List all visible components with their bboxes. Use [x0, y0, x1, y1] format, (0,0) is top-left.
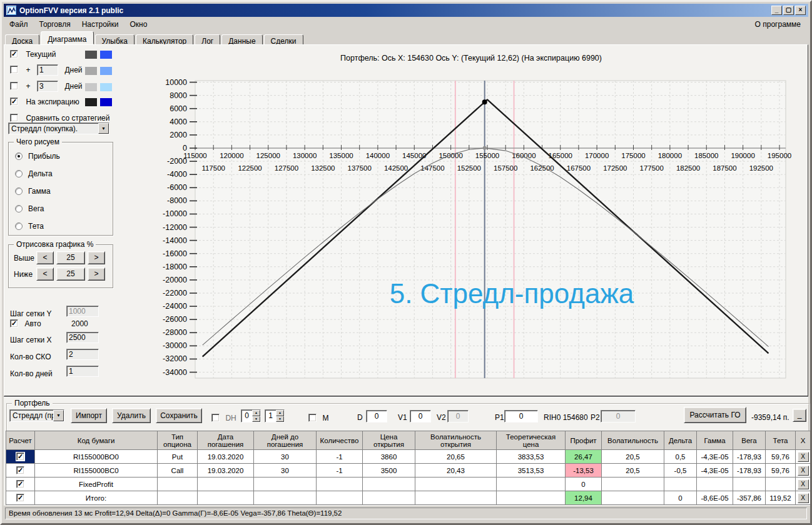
auto-checkbox[interactable]: ✓ — [10, 319, 18, 328]
radio-дельта[interactable] — [15, 170, 23, 178]
plus3-checkbox[interactable] — [10, 82, 18, 90]
column-header[interactable]: Профит — [566, 431, 602, 450]
delete-button[interactable]: Удалить — [112, 408, 151, 423]
column-header[interactable]: Код бумаги — [35, 431, 158, 450]
positions-table: РасчетКод бумагиТип опционаДата погашени… — [6, 431, 811, 505]
above-value: 25 — [56, 251, 85, 264]
collapse-button[interactable]: _ — [793, 409, 806, 422]
draw-groupbox: Чего рисуем ПрибыльДельтаГаммаВегаТетаВо… — [8, 142, 113, 236]
y-axis-label: -12000 — [163, 223, 187, 232]
row-delete-button[interactable]: X — [798, 493, 809, 503]
above-decrease-button[interactable]: < — [36, 251, 54, 264]
dropdown-arrow-icon[interactable]: ▼ — [53, 410, 64, 421]
d-input[interactable] — [366, 410, 387, 422]
row-delete-button[interactable]: X — [798, 466, 809, 476]
column-header[interactable]: Тета — [766, 431, 796, 450]
days3-input[interactable] — [37, 81, 58, 92]
spinner-1[interactable]: 0 ▲▼ — [241, 409, 261, 422]
column-header[interactable]: Расчет — [6, 431, 35, 450]
close-button[interactable]: × — [795, 6, 806, 15]
menu-item-настройки[interactable]: Настройки — [76, 18, 124, 31]
radio-гамма[interactable] — [15, 188, 23, 195]
days-count-input[interactable] — [66, 366, 99, 377]
dropdown-arrow-icon[interactable]: ▼ — [98, 123, 109, 134]
v2-input — [447, 410, 469, 422]
row-calc-checkbox[interactable]: ✓ — [16, 494, 24, 502]
import-button[interactable]: Импорт — [71, 408, 107, 423]
grid-x-label: Шаг сетки X — [10, 336, 51, 344]
menu-item-about[interactable]: О программе — [748, 18, 808, 31]
column-header[interactable]: X — [796, 431, 811, 450]
menu-item-торговля[interactable]: Торговля — [34, 18, 76, 31]
current-checkbox[interactable]: ✓ — [10, 50, 18, 58]
radio-label: Прибыль — [28, 152, 60, 161]
minimize-button[interactable]: _ — [771, 6, 782, 15]
spinner-2[interactable]: 1 ▲▼ — [265, 409, 285, 422]
dh-checkbox[interactable] — [211, 414, 220, 422]
row-delete-button[interactable]: X — [798, 452, 809, 462]
radio-тета[interactable] — [15, 222, 23, 230]
row-delete-button[interactable]: X — [798, 479, 809, 489]
plus1-checkbox[interactable] — [10, 66, 18, 74]
cko-input[interactable] — [66, 349, 99, 360]
color-swatch — [85, 67, 97, 75]
column-header[interactable]: Тип опциона — [158, 431, 198, 450]
table-cell — [363, 478, 415, 491]
row-calc-checkbox[interactable]: ✓ — [16, 466, 24, 474]
column-header[interactable]: Дельта — [664, 431, 697, 450]
portfolio-strategy-value: Стреддл (прод — [10, 411, 53, 421]
column-header[interactable]: Цена открытия — [363, 431, 415, 450]
menu-item-окно[interactable]: Окно — [124, 18, 153, 31]
row-calc-checkbox[interactable]: ✓ — [16, 480, 24, 488]
below-decrease-button[interactable]: < — [36, 268, 54, 281]
column-header[interactable]: Количество — [317, 431, 363, 450]
y-axis-label: -22000 — [163, 289, 187, 298]
render-groupbox: Отрисовка графика % Выше < 25 > Ниже < 2… — [8, 244, 113, 288]
p1-input[interactable] — [504, 410, 538, 422]
calc-go-button[interactable]: Рассчитать ГО — [684, 407, 746, 423]
table-cell: 0 — [566, 478, 602, 491]
days1-input[interactable] — [37, 64, 58, 76]
table-cell: RI155000BC0 — [35, 464, 158, 478]
menu-item-файл[interactable]: Файл — [4, 18, 34, 31]
radio-прибыль[interactable] — [15, 152, 23, 160]
above-increase-button[interactable]: > — [88, 251, 105, 264]
column-header[interactable]: Гамма — [697, 431, 733, 450]
column-header[interactable]: Дней до погашения — [254, 431, 317, 450]
plot-area[interactable] — [195, 81, 786, 378]
table-cell: 0,5 — [664, 450, 697, 464]
table-cell — [198, 491, 254, 505]
compare-checkbox[interactable] — [10, 114, 18, 122]
draw-option-row: Прибыль — [15, 150, 113, 161]
spin-down-icon: ▼ — [276, 416, 284, 422]
color-swatch — [100, 83, 112, 91]
v1-input[interactable] — [410, 410, 431, 422]
table-cell: 3500 — [363, 464, 415, 478]
save-button[interactable]: Сохранить — [156, 408, 202, 423]
m-checkbox[interactable] — [308, 414, 317, 422]
column-header[interactable]: Волатильность открытия — [415, 431, 497, 450]
table-cell: 20,65 — [415, 450, 497, 464]
portfolio-strategy-select[interactable]: Стреддл (прод ▼ — [9, 409, 64, 422]
chart[interactable]: 1000080006000400020000-2000-4000-6000-80… — [121, 46, 811, 397]
column-header[interactable]: Вега — [733, 431, 766, 450]
margin-value: -9359,14 п. — [751, 413, 789, 422]
row-calc-checkbox[interactable]: ✓ — [16, 452, 24, 461]
expiration-checkbox[interactable]: ✓ — [10, 98, 18, 106]
grid-x-input[interactable] — [66, 332, 99, 343]
below-increase-button[interactable]: > — [88, 268, 105, 281]
table-cell: 3833,53 — [497, 450, 566, 464]
table-row: ✓RI155000BC0Call19.03.202030-1350020,433… — [6, 464, 811, 478]
column-header[interactable]: Теоретическая цена — [497, 431, 566, 450]
x-axis-label: 117500 — [201, 164, 225, 172]
positions-table-wrap: РасчетКод бумагиТип опционаДата погашени… — [6, 431, 811, 505]
column-header[interactable]: Дата погашения — [198, 431, 254, 450]
y-axis-label: -8000 — [167, 196, 187, 205]
radio-вега[interactable] — [15, 205, 23, 212]
column-header[interactable]: Волатильность — [602, 431, 664, 450]
spinner-2-value: 1 — [265, 410, 276, 422]
maximize-button[interactable]: ▢ — [783, 6, 794, 15]
table-cell — [198, 478, 254, 491]
strategy-select[interactable]: Стреддл (покупка). ▼ — [8, 122, 109, 134]
tab-диаграмма[interactable]: Диаграмма — [41, 31, 93, 44]
